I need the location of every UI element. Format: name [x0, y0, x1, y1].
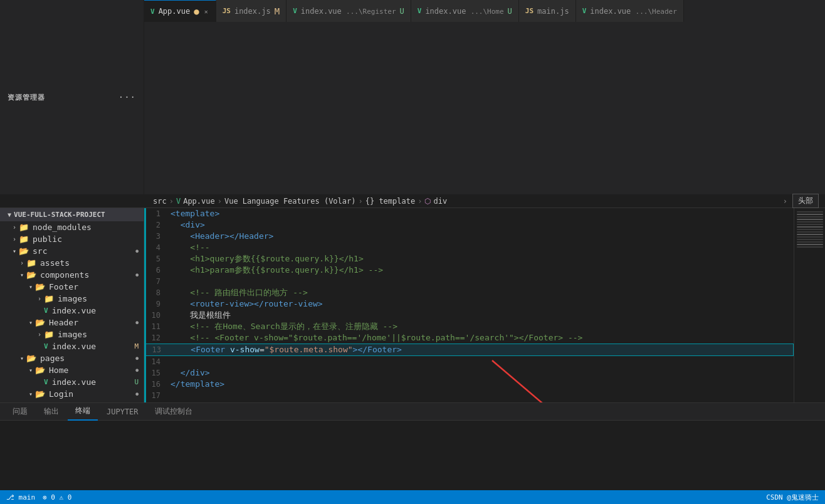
status-bar: ⎇ main ⊗ 0 ⚠ 0 CSDN @鬼迷骑士	[0, 490, 825, 504]
collapse-icon: ▾	[18, 355, 26, 362]
code-content[interactable]: 1 <template> 2 <div> 3 <Header></Header>…	[144, 208, 794, 402]
tab-index-vue-home[interactable]: V index.vue ...\Home U	[411, 0, 519, 22]
tab-label: index.vue ...\Register	[301, 7, 396, 16]
collapse-icon: ▾	[26, 283, 35, 290]
sidebar-root[interactable]: ▼ VUE-FULL-STACK-PROJECT	[0, 208, 144, 221]
code-line-4: 4 <!--	[144, 242, 794, 253]
code-line-17: 17	[144, 390, 794, 401]
tab-problems[interactable]: 问题	[5, 403, 35, 421]
code-line-11: 11 <!-- 在Home、Search显示的，在登录、注册隐藏 -->	[144, 321, 794, 332]
sidebar-item-header-images[interactable]: › 📁 images	[0, 328, 144, 340]
folder-icon: 📁	[26, 258, 36, 268]
tab-app-vue[interactable]: V App.vue ● ✕	[144, 0, 216, 22]
code-line-1: 1 <template>	[144, 208, 794, 219]
folder-icon: 📁	[19, 223, 29, 232]
collapse-icon: ▾	[26, 367, 35, 374]
bottom-panel: 问题 输出 终端 JUPYTER 调试控制台	[0, 402, 825, 490]
sidebar-label: index.vue	[51, 377, 96, 387]
sidebar-label: public	[31, 234, 62, 244]
vue-icon: V	[418, 7, 422, 15]
status-right: CSDN @鬼迷骑士	[766, 493, 819, 502]
sidebar-item-node-modules[interactable]: › 📁 node_modules	[0, 221, 144, 233]
tab-modified-badge: ●	[194, 7, 199, 16]
code-line-16: 16 </template>	[144, 379, 794, 390]
sidebar-label: Footer	[48, 282, 78, 291]
code-line-3: 3 <Header></Header>	[144, 231, 794, 242]
js-icon: JS	[223, 7, 231, 15]
sidebar-label: Login	[48, 389, 73, 399]
code-line-9: 9 <router-view></router-view>	[144, 298, 794, 310]
sidebar-item-home-folder[interactable]: ▾ 📂 Home ●	[0, 364, 144, 376]
tab-debug-console[interactable]: 调试控制台	[147, 403, 200, 421]
tab-modified-badge: M	[275, 7, 280, 16]
vue-icon: V	[150, 8, 155, 16]
code-line-18: 18 <script>	[144, 401, 794, 402]
sidebar-item-header-folder[interactable]: ▾ 📂 Header ●	[0, 317, 144, 328]
git-branch: ⎇ main	[6, 493, 35, 501]
modified-dot: ●	[135, 367, 139, 373]
errors-count: ⊗ 0 ⚠ 0	[43, 493, 71, 501]
sidebar-item-footer-folder[interactable]: ▾ 📂 Footer	[0, 281, 144, 293]
tab-close-button[interactable]: ✕	[203, 8, 209, 16]
collapse-icon: ›	[10, 224, 19, 231]
tab-index-vue-register[interactable]: V index.vue ...\Register U	[286, 0, 411, 22]
sidebar-item-header-index[interactable]: › V index.vue M	[0, 340, 144, 352]
collapse-icon: ▾	[26, 319, 35, 326]
right-chevron-icon: ›	[783, 197, 787, 206]
csdn-label: CSDN @鬼迷骑士	[766, 493, 819, 502]
modified-dot: ●	[135, 391, 139, 397]
bottom-content[interactable]	[0, 421, 825, 490]
main-content: ▼ VUE-FULL-STACK-PROJECT › 📁 node_module…	[0, 208, 825, 402]
vue-file-icon: V	[44, 378, 48, 386]
modified-dot: ●	[135, 272, 139, 278]
tab-jupyter[interactable]: JUPYTER	[99, 403, 146, 421]
head-label: 头部	[792, 194, 819, 208]
tab-u-badge: U	[400, 8, 404, 15]
code-line-14: 14	[144, 356, 794, 367]
minimap	[794, 208, 825, 402]
folder-icon: 📁	[44, 330, 54, 339]
code-line-8: 8 <!-- 路由组件出口的地方 -->	[144, 287, 794, 298]
tab-bar: 资源管理器 ··· V App.vue ● ✕ JS index.js M V …	[0, 0, 825, 194]
folder-icon: 📂	[26, 354, 36, 363]
sidebar-item-pages[interactable]: ▾ 📂 pages ●	[0, 352, 144, 364]
sidebar-item-components[interactable]: ▾ 📂 components ●	[0, 269, 144, 281]
folder-icon: 📁	[44, 294, 54, 303]
sidebar-item-src[interactable]: ▾ 📂 src ●	[0, 245, 144, 257]
sidebar-item-public[interactable]: › 📁 public	[0, 233, 144, 245]
sidebar-item-footer-index[interactable]: › V index.vue	[0, 305, 144, 317]
sidebar-item-home-index[interactable]: › V index.vue U	[0, 376, 144, 388]
tab-output[interactable]: 输出	[36, 403, 66, 421]
root-label: VUE-FULL-STACK-PROJECT	[14, 211, 105, 219]
explorer-dots[interactable]: ···	[118, 92, 136, 102]
code-line-6: 6 <h1>param参数{{$route.query.k}}</h1> -->	[144, 265, 794, 276]
folder-icon: 📁	[19, 234, 29, 244]
sidebar-item-footer-images[interactable]: › 📁 images	[0, 293, 144, 305]
modified-dot: ●	[135, 248, 139, 254]
modified-badge: M	[134, 342, 139, 350]
breadcrumb-template: {} template	[365, 197, 415, 206]
sidebar-label: src	[31, 246, 47, 256]
bottom-tabs: 问题 输出 终端 JUPYTER 调试控制台	[0, 403, 825, 421]
folder-icon: 📂	[19, 246, 29, 256]
vue-icon: V	[582, 7, 587, 15]
breadcrumb: src › V App.vue › Vue Language Features …	[0, 194, 825, 208]
collapse-icon: ›	[10, 236, 19, 243]
tab-index-vue-header[interactable]: V index.vue ...\Header	[576, 0, 684, 22]
tab-main-js[interactable]: JS main.js	[519, 0, 576, 22]
code-line-10: 10 我是根组件	[144, 310, 794, 321]
code-line-13: 13 <Footer v-show="$route.meta.show"></F…	[144, 344, 794, 356]
folder-icon: 📂	[35, 365, 45, 375]
tab-index-js[interactable]: JS index.js M	[216, 0, 286, 22]
tab-u-badge: U	[508, 8, 512, 15]
tab-terminal[interactable]: 终端	[68, 403, 98, 421]
status-left: ⎇ main ⊗ 0 ⚠ 0	[6, 493, 71, 501]
editor-area: 1 <template> 2 <div> 3 <Header></Header>…	[144, 208, 794, 402]
app-container: 资源管理器 ··· V App.vue ● ✕ JS index.js M V …	[0, 0, 825, 504]
sidebar-label: assets	[39, 258, 70, 268]
sidebar-item-assets[interactable]: › 📁 assets	[0, 257, 144, 269]
folder-icon: 📂	[35, 389, 45, 399]
sidebar-item-login-folder[interactable]: ▾ 📂 Login ●	[0, 388, 144, 400]
modified-dot: ●	[135, 320, 139, 325]
tab-label: App.vue	[159, 7, 191, 16]
